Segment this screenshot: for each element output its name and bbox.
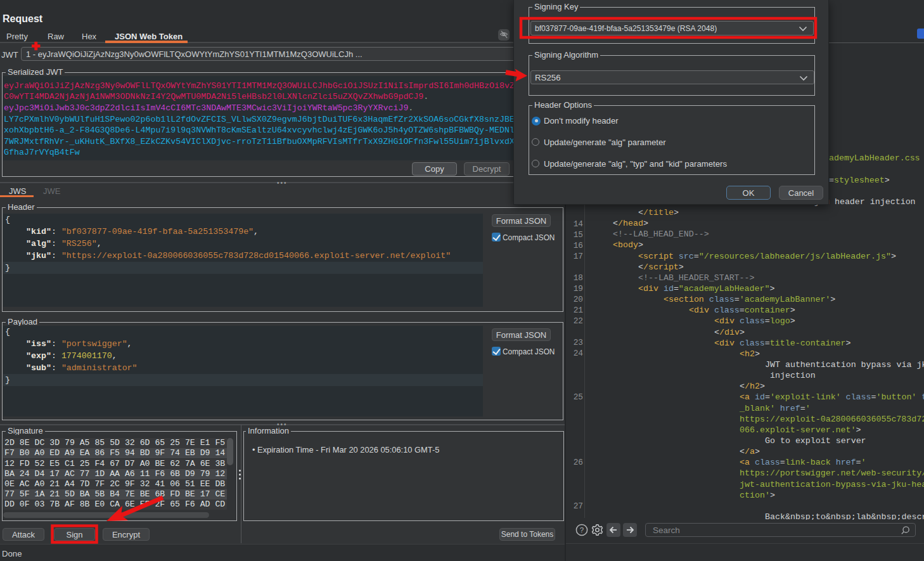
svg-text:?: ? <box>580 526 584 534</box>
